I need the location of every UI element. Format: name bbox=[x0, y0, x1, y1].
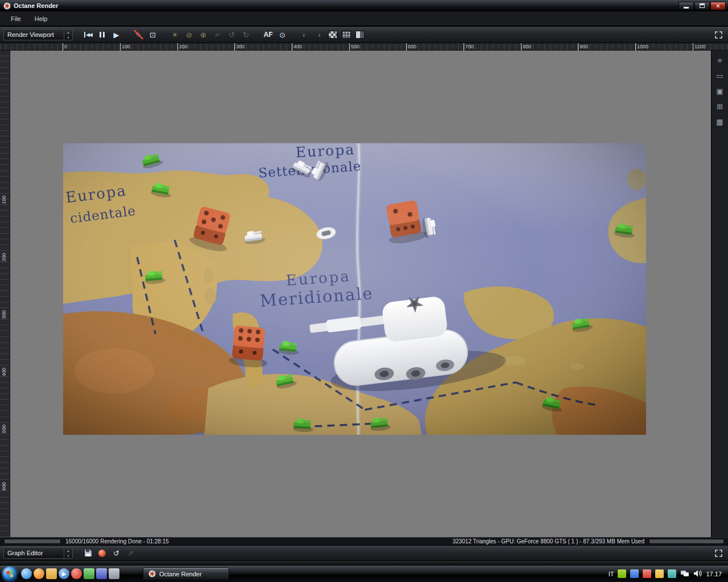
taskbar-octane-button[interactable]: Octane Render bbox=[143, 567, 229, 580]
quick-launch-tool-icon[interactable] bbox=[109, 568, 119, 579]
quick-launch-opera-icon[interactable] bbox=[71, 568, 82, 579]
alpha-checker-icon[interactable] bbox=[328, 31, 337, 39]
graph-editor-spinner[interactable]: ▲ ▼ bbox=[64, 548, 72, 558]
window-bottom-edge bbox=[0, 561, 728, 565]
save-render-icon[interactable]: ▣ bbox=[714, 85, 726, 97]
maximize-icon bbox=[700, 3, 705, 8]
render-status-text: 16000/16000 Rendering Done - 01:28:15 bbox=[65, 538, 169, 544]
quick-launch-app-icon[interactable] bbox=[84, 568, 94, 579]
ruler-h-label: 900 bbox=[578, 43, 588, 51]
image-icon[interactable]: ▦ bbox=[714, 116, 726, 127]
octane-render-window: Octane Render × File Help Render Viewpor… bbox=[0, 0, 728, 582]
tray-sync-icon[interactable] bbox=[668, 569, 676, 578]
tray-alert-icon[interactable] bbox=[643, 569, 651, 578]
monitor-icon[interactable]: ▭ bbox=[714, 70, 726, 81]
rotate-cw-icon[interactable]: ↻ bbox=[239, 28, 253, 41]
taskbar-clock[interactable]: 17.17 bbox=[706, 571, 722, 577]
quick-launch-media-player-icon[interactable]: ▶ bbox=[59, 568, 69, 579]
minimize-button[interactable] bbox=[679, 2, 694, 10]
lamp-icon[interactable]: ☀ bbox=[168, 28, 182, 41]
stop-render-icon[interactable]: ✎ bbox=[131, 28, 146, 41]
settings-icon[interactable]: ≡ bbox=[714, 55, 726, 66]
autofocus-button[interactable]: AF bbox=[261, 28, 275, 41]
ruler-h-label: 200 bbox=[177, 43, 188, 51]
render-toolbar: Render Viewport ▲ ▼ ◀◀ ▶ ✎ ⊡ ☀ ⊘ ⊕ AF ↺ … bbox=[0, 26, 728, 43]
quick-launch-firefox-icon[interactable] bbox=[34, 568, 44, 579]
ruler-h-label: 1000 bbox=[635, 43, 648, 51]
viewport-selector[interactable]: Render Viewport ▲ ▼ bbox=[3, 29, 73, 40]
graph-editor-selector[interactable]: Graph Editor ▲ ▼ bbox=[3, 547, 73, 559]
restart-render-icon[interactable]: ◀◀ bbox=[81, 28, 95, 41]
dither-pattern-icon[interactable] bbox=[342, 31, 351, 39]
picker-icon[interactable]: ⊕ bbox=[196, 28, 210, 41]
ruler-v-label: 600 bbox=[1, 482, 7, 490]
menu-file[interactable]: File bbox=[5, 13, 27, 24]
lighting-vignette bbox=[63, 143, 646, 435]
close-button[interactable]: × bbox=[710, 2, 726, 10]
app-icon bbox=[3, 2, 11, 10]
ruler-h-label: 400 bbox=[292, 43, 302, 51]
viewport-area[interactable]: 100 200 300 400 500 600 bbox=[0, 51, 728, 537]
tray-gpu-icon[interactable] bbox=[618, 569, 626, 578]
lock-camera-icon[interactable]: ⊘ bbox=[182, 28, 196, 41]
pause-bar bbox=[100, 32, 101, 38]
status-bar: 16000/16000 Rendering Done - 01:28:15 32… bbox=[0, 537, 728, 545]
play-render-icon[interactable]: ▶ bbox=[109, 28, 123, 41]
quick-launch-folder-icon[interactable] bbox=[46, 568, 57, 579]
save-graph-icon[interactable] bbox=[81, 547, 95, 559]
tray-update-icon[interactable] bbox=[655, 569, 664, 578]
ruler-v-label: 500 bbox=[1, 425, 7, 433]
maximize-button[interactable] bbox=[694, 2, 710, 10]
network-icon[interactable] bbox=[680, 569, 689, 579]
ruler-v-label: 200 bbox=[1, 253, 7, 261]
windows-taskbar: ▶ Octane Render IT 17.17 bbox=[0, 565, 728, 582]
ruler-h-label: 500 bbox=[349, 43, 359, 51]
windows-flag-icon bbox=[6, 570, 13, 577]
language-indicator[interactable]: IT bbox=[609, 571, 614, 577]
fullscreen-icon[interactable] bbox=[712, 28, 725, 41]
grid-icon[interactable]: ⊞ bbox=[714, 101, 726, 112]
gpu-status-text: 323012 Triangles - GPU: GeForce 8800 GTS… bbox=[453, 538, 644, 544]
rendered-image[interactable]: Europa Settentrionale Europa cidentale E… bbox=[63, 143, 646, 435]
start-button[interactable] bbox=[2, 567, 17, 581]
viewport-selector-label: Render Viewport bbox=[4, 31, 64, 38]
viewport-side-panel: ≡ ▭ ▣ ⊞ ▦ bbox=[711, 51, 728, 537]
viewport-selector-spinner[interactable]: ▲ ▼ bbox=[64, 30, 72, 40]
ruler-h-label: 300 bbox=[234, 43, 245, 51]
memory-progress-bar bbox=[649, 539, 724, 544]
focus-pick-icon[interactable]: ⊙ bbox=[275, 28, 289, 41]
minimize-icon bbox=[684, 7, 689, 9]
tray-shield-icon[interactable] bbox=[630, 569, 639, 578]
graph-editor-bar: Graph Editor ▲ ▼ ↺ ↗ bbox=[0, 545, 728, 561]
volume-icon[interactable] bbox=[693, 569, 702, 579]
spin-down-icon[interactable]: ▼ bbox=[64, 35, 72, 40]
quick-launch-browser-icon[interactable] bbox=[21, 568, 32, 579]
compare-split-icon[interactable] bbox=[355, 31, 365, 39]
half-left-icon[interactable]: ◐ bbox=[297, 28, 312, 41]
spin-down-icon[interactable]: ▼ bbox=[64, 553, 72, 558]
ruler-h-label: 600 bbox=[406, 43, 416, 51]
quick-launch-mail-icon[interactable] bbox=[96, 568, 107, 579]
app-icon bbox=[148, 570, 156, 577]
material-ball-icon[interactable] bbox=[95, 547, 109, 559]
ruler-v-label: 300 bbox=[1, 310, 7, 319]
spin-up-icon[interactable]: ▲ bbox=[64, 548, 72, 553]
ruler-h-label: 0 bbox=[63, 43, 67, 51]
graph-fullscreen-icon[interactable] bbox=[712, 547, 725, 559]
taskbar-button-label: Octane Render bbox=[159, 571, 202, 577]
pause-render-icon[interactable] bbox=[95, 28, 109, 41]
fit-viewport-icon[interactable]: ⊡ bbox=[146, 28, 160, 41]
title-bar: Octane Render × bbox=[0, 0, 728, 11]
menu-help[interactable]: Help bbox=[28, 13, 54, 24]
rotate-ccw-icon[interactable]: ↺ bbox=[225, 28, 239, 41]
ruler-h-label: 1100 bbox=[693, 43, 705, 51]
autofocus-set-icon[interactable]: AF bbox=[210, 28, 225, 41]
ruler-vertical: 100 200 300 400 500 600 bbox=[0, 51, 10, 537]
spin-up-icon[interactable]: ▲ bbox=[64, 30, 72, 35]
export-graph-icon[interactable]: ↗ bbox=[123, 547, 138, 559]
half-right-icon[interactable]: ◑ bbox=[312, 28, 326, 41]
pause-bar bbox=[103, 32, 105, 38]
refresh-graph-icon[interactable]: ↺ bbox=[109, 547, 123, 559]
ruler-v-label: 400 bbox=[1, 368, 7, 376]
restart-bar bbox=[84, 32, 85, 38]
